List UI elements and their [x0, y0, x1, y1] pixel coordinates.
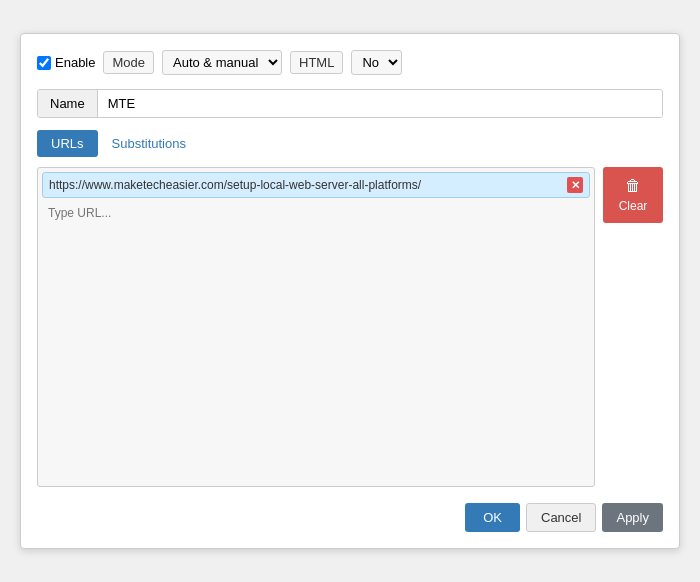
bottom-row: OK Cancel Apply — [37, 503, 663, 532]
tab-urls[interactable]: URLs — [37, 130, 98, 157]
clear-button-label: Clear — [619, 199, 648, 213]
url-type-input[interactable] — [42, 202, 590, 224]
url-entry: https://www.maketecheasier.com/setup-loc… — [42, 172, 590, 198]
tabs-row: URLs Substitutions — [37, 130, 663, 157]
mode-select[interactable]: Auto & manual — [162, 50, 282, 75]
url-list-container: https://www.maketecheasier.com/setup-loc… — [37, 167, 595, 487]
name-row: Name — [37, 89, 663, 118]
clear-button[interactable]: 🗑 Clear — [603, 167, 663, 223]
html-label: HTML — [290, 51, 343, 74]
enable-checkbox[interactable] — [37, 56, 51, 70]
apply-button[interactable]: Apply — [602, 503, 663, 532]
ok-button[interactable]: OK — [465, 503, 520, 532]
enable-label: Enable — [55, 55, 95, 70]
mode-label: Mode — [103, 51, 154, 74]
trash-icon: 🗑 — [625, 177, 641, 195]
name-field-label: Name — [38, 90, 98, 117]
toolbar-row: Enable Mode Auto & manual HTML No — [37, 50, 663, 75]
urls-section: https://www.maketecheasier.com/setup-loc… — [37, 167, 663, 487]
tab-substitutions[interactable]: Substitutions — [98, 130, 200, 157]
name-input[interactable] — [98, 90, 662, 117]
main-dialog: Enable Mode Auto & manual HTML No Name U… — [20, 33, 680, 549]
html-select[interactable]: No — [351, 50, 402, 75]
url-entry-text: https://www.maketecheasier.com/setup-loc… — [49, 178, 563, 192]
url-remove-button[interactable]: ✕ — [567, 177, 583, 193]
enable-checkbox-wrap[interactable]: Enable — [37, 55, 95, 70]
cancel-button[interactable]: Cancel — [526, 503, 596, 532]
